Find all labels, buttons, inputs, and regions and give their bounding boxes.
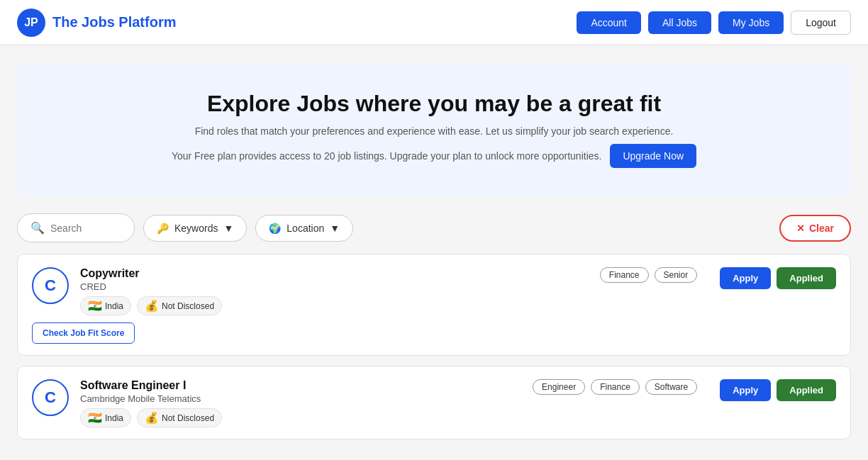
upgrade-now-button[interactable]: Upgrade Now xyxy=(610,144,696,168)
job-card-main: C Software Engineer I Cambridge Mobile T… xyxy=(32,379,836,427)
salary-value: Not Disclosed xyxy=(162,413,214,423)
tags-area: Finance Senior xyxy=(600,267,708,283)
tag-engineer: Engineer xyxy=(533,379,585,395)
upgrade-text: Your Free plan provides access to 20 job… xyxy=(172,150,602,162)
applied-button[interactable]: Applied xyxy=(777,379,836,401)
jobs-list: C Copywriter CRED 🇮🇳 India 💰 Not Disclos… xyxy=(0,254,868,449)
location-chevron-icon: ▼ xyxy=(330,223,340,234)
salary-icon: 💰 xyxy=(145,411,159,425)
search-input[interactable] xyxy=(50,223,121,234)
search-icon: 🔍 xyxy=(30,221,45,235)
search-input-wrap[interactable]: 🔍 xyxy=(17,213,135,242)
job-title: Copywriter xyxy=(80,267,589,280)
tag-finance: Finance xyxy=(591,379,640,395)
job-card: C Software Engineer I Cambridge Mobile T… xyxy=(17,366,851,439)
keywords-icon: 🔑 xyxy=(157,223,169,234)
job-title: Software Engineer I xyxy=(80,379,521,392)
salary-pill: 💰 Not Disclosed xyxy=(137,296,222,315)
location-value: India xyxy=(105,301,123,311)
location-pill: 🇮🇳 India xyxy=(80,296,131,315)
all-jobs-button[interactable]: All Jobs xyxy=(648,11,711,34)
tag-software: Software xyxy=(645,379,697,395)
location-dropdown[interactable]: 🌍 Location ▼ xyxy=(255,215,353,242)
salary-pill: 💰 Not Disclosed xyxy=(137,408,222,427)
location-value: India xyxy=(105,413,123,423)
job-info: Copywriter CRED 🇮🇳 India 💰 Not Disclosed xyxy=(80,267,589,315)
applied-button[interactable]: Applied xyxy=(777,267,836,289)
keywords-chevron-icon: ▼ xyxy=(223,223,233,234)
hero-section: Explore Jobs where you may be a great fi… xyxy=(17,62,851,196)
apply-button[interactable]: Apply xyxy=(720,267,771,289)
salary-value: Not Disclosed xyxy=(162,301,214,311)
logo-icon: JP xyxy=(17,9,45,37)
my-jobs-button[interactable]: My Jobs xyxy=(718,11,784,34)
company-logo: C xyxy=(32,267,69,304)
india-flag-icon: 🇮🇳 xyxy=(88,299,102,313)
logout-button[interactable]: Logout xyxy=(791,11,851,35)
header: JP The Jobs Platform Account All Jobs My… xyxy=(0,0,868,45)
logo-text: The Jobs Platform xyxy=(52,14,176,30)
job-actions: Apply Applied xyxy=(720,267,836,289)
clear-button[interactable]: ✕ Clear xyxy=(779,215,851,242)
clear-x-icon: ✕ xyxy=(796,223,805,234)
account-button[interactable]: Account xyxy=(577,11,641,34)
location-icon: 🌍 xyxy=(269,223,281,234)
location-pill: 🇮🇳 India xyxy=(80,408,131,427)
keywords-label: Keywords xyxy=(174,223,218,234)
company-name: CRED xyxy=(80,281,589,292)
company-logo: C xyxy=(32,379,69,416)
salary-icon: 💰 xyxy=(145,299,159,313)
upgrade-row: Your Free plan provides access to 20 job… xyxy=(34,144,834,168)
tag-finance: Finance xyxy=(600,267,649,283)
tag-senior: Senior xyxy=(655,267,698,283)
job-actions: Apply Applied xyxy=(720,379,836,401)
keywords-dropdown[interactable]: 🔑 Keywords ▼ xyxy=(143,215,247,242)
apply-button[interactable]: Apply xyxy=(720,379,771,401)
job-info: Software Engineer I Cambridge Mobile Tel… xyxy=(80,379,521,427)
location-label: Location xyxy=(286,223,324,234)
logo-area: JP The Jobs Platform xyxy=(17,9,176,37)
hero-subtitle: Find roles that match your preferences a… xyxy=(34,125,834,137)
job-meta: 🇮🇳 India 💰 Not Disclosed xyxy=(80,296,589,315)
nav-buttons: Account All Jobs My Jobs Logout xyxy=(577,11,851,35)
job-card: C Copywriter CRED 🇮🇳 India 💰 Not Disclos… xyxy=(17,254,851,356)
job-meta: 🇮🇳 India 💰 Not Disclosed xyxy=(80,408,521,427)
company-name: Cambridge Mobile Telematics xyxy=(80,393,521,404)
tags-area: Engineer Finance Software xyxy=(533,379,708,395)
search-bar: 🔍 🔑 Keywords ▼ 🌍 Location ▼ ✕ Clear xyxy=(0,213,868,242)
check-job-fit-button[interactable]: Check Job Fit Score xyxy=(32,322,135,344)
clear-label: Clear xyxy=(809,223,834,234)
hero-title: Explore Jobs where you may be a great fi… xyxy=(34,91,834,117)
job-card-main: C Copywriter CRED 🇮🇳 India 💰 Not Disclos… xyxy=(32,267,836,315)
india-flag-icon: 🇮🇳 xyxy=(88,411,102,425)
